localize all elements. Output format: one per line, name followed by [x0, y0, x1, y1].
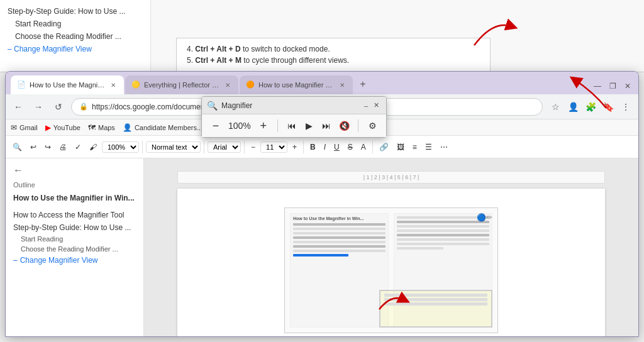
ghost-content-box: 4. Ctrl + Alt + D to switch to docked mo…	[176, 38, 491, 72]
magnifier-title: Magnifier	[221, 101, 361, 110]
docs-font-increase[interactable]: +	[289, 141, 300, 153]
tab-label-1: Everything | Reflector Media Ec...	[144, 81, 219, 89]
magnifier-minimize[interactable]: –	[361, 101, 371, 111]
settings-icon[interactable]: ⋮	[618, 99, 633, 114]
docs-redo-button[interactable]: ↪	[42, 141, 54, 153]
maximize-button[interactable]: ❐	[607, 80, 618, 92]
magnifier-skip-forward[interactable]: ⏭	[320, 118, 333, 133]
bookmark-gmail-label: Gmail	[19, 124, 38, 131]
ghost-window: Step-by-Step Guide: How to Use ... Start…	[0, 0, 644, 72]
docs-list-button[interactable]: ☰	[422, 141, 435, 153]
toolbar-separator	[142, 141, 143, 153]
tab-1[interactable]: 🟡 Everything | Reflector Media Ec... ✕	[125, 75, 238, 94]
docs-link-button[interactable]: 🔗	[376, 141, 392, 153]
back-button[interactable]: ←	[11, 99, 26, 114]
tab-bar: 📄 How to Use the Magnifier in W... ✕ 🟡 E…	[6, 72, 638, 94]
tab-label-0: How to Use the Magnifier in W...	[30, 81, 105, 89]
red-arrow-thumbnail	[373, 275, 411, 314]
tab-favicon-2: 🟠	[246, 80, 255, 89]
docs-zoom-select[interactable]: 100%	[102, 141, 139, 153]
magnifier-play[interactable]: ▶	[303, 118, 316, 133]
sidebar-item-h2-1[interactable]: Step-by-Step Guide: How to Use ...	[13, 221, 136, 234]
docs-font-decrease[interactable]: −	[248, 141, 258, 153]
minimize-button[interactable]: —	[592, 80, 603, 92]
profile-icon[interactable]: 👤	[565, 99, 580, 114]
sidebar-item-h3-0[interactable]: Start Reading	[13, 234, 136, 244]
extension-icon[interactable]: 🧩	[583, 99, 598, 114]
main-content: ← Outline How to Use the Magnifier in Wi…	[6, 158, 638, 336]
lock-icon: 🔒	[79, 102, 88, 111]
tab-close-0[interactable]: ✕	[109, 80, 118, 89]
ghost-sidebar-item[interactable]: Step-by-Step Guide: How to Use ...	[8, 5, 143, 18]
bookmark-maps[interactable]: 🗺 Maps	[88, 123, 115, 132]
ruler: | 1 | 2 | 3 | 4 | 5 | 6 | 7 |	[177, 171, 605, 184]
docs-align-button[interactable]: ≡	[409, 141, 420, 153]
magnifier-window: 🔍 Magnifier – ✕ − 100% + ⏮ ▶ ⏭ 🔇 ⚙	[201, 96, 387, 138]
docs-color-button[interactable]: A	[358, 141, 369, 153]
docs-print-button[interactable]: 🖨	[56, 141, 70, 153]
docs-image-button[interactable]: 🖼	[394, 141, 408, 153]
magnifier-close[interactable]: ✕	[371, 101, 381, 111]
docs-style-select[interactable]: Normal text	[146, 141, 201, 153]
tab-close-1[interactable]: ✕	[223, 80, 232, 89]
ghost-sidebar-item[interactable]: Choose the Reading Modifier ...	[8, 30, 143, 43]
docs-paint-button[interactable]: 🖌	[86, 141, 100, 153]
toolbar-icons: ☆ 👤 🧩 🔖 ⋮	[548, 99, 633, 114]
tab-0[interactable]: 📄 How to Use the Magnifier in W... ✕	[11, 75, 124, 94]
bookmark-youtube-label: YouTube	[53, 124, 80, 131]
magnifier-app-icon: 🔍	[207, 101, 218, 111]
bookmark-icon[interactable]: 🔖	[601, 99, 616, 114]
magnifier-separator-2	[358, 119, 358, 132]
sidebar-item-link-0[interactable]: – Change Magnifier View	[13, 254, 136, 267]
ghost-sidebar-link[interactable]: – Change Magnifier View	[8, 43, 143, 55]
docs-more-button[interactable]: ⋯	[437, 141, 451, 153]
sidebar-doc-title: How to Use the Magnifier in Win...	[13, 194, 136, 202]
candidate-icon: 👤	[123, 123, 132, 132]
sidebar-item-h3-1[interactable]: Choose the Reading Modifier ...	[13, 244, 136, 254]
docs-strikethrough-button[interactable]: S	[345, 141, 356, 153]
back-arrow[interactable]: ←	[13, 165, 136, 176]
ghost-sidebar: Step-by-Step Guide: How to Use ... Start…	[0, 0, 151, 72]
magnifier-zoom-in[interactable]: +	[257, 118, 270, 133]
docs-bold-button[interactable]: B	[307, 141, 319, 153]
new-tab-button[interactable]: +	[354, 75, 372, 93]
magnifier-speaker[interactable]: 🔇	[338, 118, 350, 133]
window-controls: — ❐ ✕	[592, 80, 633, 94]
bookmark-maps-label: Maps	[98, 124, 115, 131]
bookmark-candidate[interactable]: 👤 Candidate Members...	[123, 123, 203, 132]
docs-underline-button[interactable]: U	[331, 141, 343, 153]
close-button[interactable]: ✕	[622, 80, 633, 92]
outline-label: Outline	[13, 181, 136, 189]
tab-favicon-0: 📄	[17, 80, 26, 89]
docs-undo-icon[interactable]: 🔍	[9, 141, 25, 153]
doc-page[interactable]: How to Use the Magnifier in Win...	[177, 189, 605, 336]
doc-area: | 1 | 2 | 3 | 4 | 5 | 6 | 7 | How to Use…	[144, 158, 638, 336]
ghost-sidebar-item[interactable]: Start Reading	[8, 18, 143, 30]
toolbar-separator-2	[204, 141, 204, 153]
reload-button[interactable]: ↺	[51, 99, 66, 114]
toolbar-separator-3	[244, 141, 245, 153]
tab-favicon-1: 🟡	[131, 80, 140, 89]
outline-sidebar: ← Outline How to Use the Magnifier in Wi…	[6, 158, 144, 336]
magnifier-separator	[277, 119, 278, 132]
tab-close-2[interactable]: ✕	[338, 80, 347, 89]
docs-spellcheck-button[interactable]: ✓	[72, 141, 84, 153]
maps-icon: 🗺	[88, 123, 96, 132]
docs-font-select[interactable]: Arial	[208, 141, 241, 153]
tab-2[interactable]: 🟠 How to use Magnifier reading ✕	[240, 75, 353, 94]
magnifier-settings[interactable]: ⚙	[366, 118, 379, 133]
sidebar-item-h2-0[interactable]: How to Access the Magnifier Tool	[13, 209, 136, 221]
bookmark-gmail[interactable]: ✉ Gmail	[11, 123, 38, 132]
docs-italic-button[interactable]: I	[321, 141, 329, 153]
dash-icon: –	[13, 256, 18, 265]
magnifier-zoom-level: 100%	[227, 121, 252, 131]
doc-thumbnail: How to Use the Magnifier in Win...	[284, 207, 498, 333]
bookmark-youtube[interactable]: ▶ YouTube	[45, 123, 80, 132]
forward-button[interactable]: →	[31, 99, 46, 114]
docs-undo-button[interactable]: ↩	[27, 141, 40, 153]
docs-font-size-select[interactable]: 11	[260, 141, 287, 153]
magnifier-skip-back[interactable]: ⏮	[286, 118, 298, 133]
magnifier-zoom-out[interactable]: −	[209, 118, 222, 133]
star-icon[interactable]: ☆	[548, 99, 563, 114]
ghost-main-area: 4. Ctrl + Alt + D to switch to docked mo…	[151, 0, 644, 72]
